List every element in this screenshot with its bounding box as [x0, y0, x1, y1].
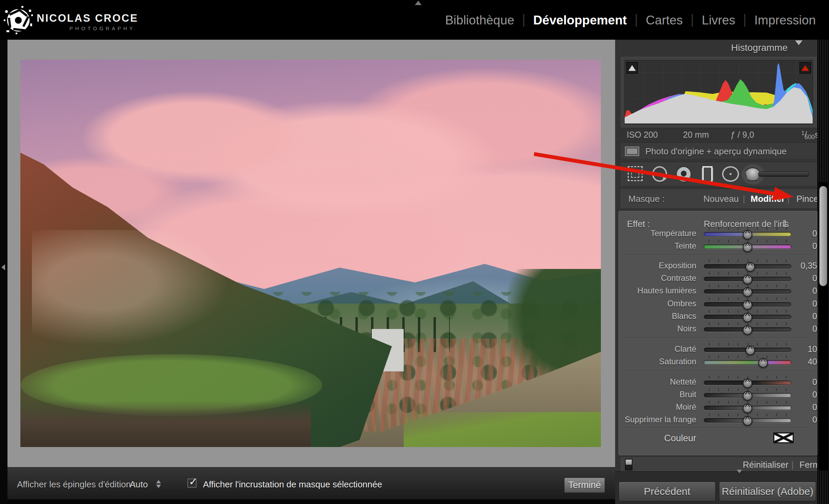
mask-edit-button[interactable]: Modifier: [751, 194, 785, 204]
original-photo-row[interactable]: Photo d'origine + aperçu dynamique: [620, 142, 817, 159]
blacks-slider[interactable]: [704, 327, 791, 332]
panel-footer-separator: |: [791, 460, 794, 470]
bottom-toolbar: Afficher les épingles d'édition : Auto ✓…: [7, 467, 615, 499]
group-separator: [623, 337, 813, 338]
slider-knob[interactable]: [743, 325, 752, 335]
logo-aperture-icon: [3, 4, 34, 35]
histogram-plot[interactable]: [624, 60, 813, 124]
slider-knob[interactable]: [758, 358, 768, 368]
right-panel: Histogramme ISO 200 20 mm: [615, 40, 829, 504]
histogram-header[interactable]: Histogramme: [615, 40, 817, 56]
slider-value: 0: [787, 298, 817, 308]
histogram-title: Histogramme: [731, 42, 788, 53]
mask-overlay-label: Afficher l'incrustation de masque sélect…: [203, 479, 382, 490]
slider-knob[interactable]: [743, 404, 752, 413]
edit-pins-dropdown[interactable]: Auto: [130, 479, 148, 490]
slider-label: Température: [650, 229, 696, 238]
checkmark-icon: ✓: [189, 475, 198, 488]
adjustment-brush-tool-icon[interactable]: [744, 166, 812, 182]
brush-handle-icon: [758, 172, 809, 177]
slider-knob[interactable]: [743, 287, 752, 297]
panel-edge-grip[interactable]: [817, 40, 829, 504]
mask-label: Masque :: [628, 194, 665, 204]
slider-knob[interactable]: [743, 391, 752, 401]
photo-canvas[interactable]: [20, 60, 601, 447]
slider-knob[interactable]: [743, 416, 752, 426]
mask-new-button[interactable]: Nouveau: [703, 194, 739, 204]
panel-footer: Réinitialiser | Fermer: [620, 457, 817, 472]
exif-shutter-speed: 1/500 s: [801, 130, 815, 141]
sharpness-slider[interactable]: [704, 381, 791, 385]
nav-developpement[interactable]: Développement: [524, 13, 636, 27]
slider-value: 0,35: [787, 260, 817, 270]
saturation-slider[interactable]: [704, 360, 791, 365]
spot-removal-tool-icon[interactable]: [652, 166, 667, 182]
noise-slider[interactable]: [704, 393, 791, 398]
radial-filter-tool-icon[interactable]: [722, 166, 739, 182]
photo-foreground-roofs: [20, 401, 311, 447]
slider-knob[interactable]: [743, 243, 752, 252]
red-eye-tool-icon[interactable]: [676, 166, 692, 182]
slider-knob[interactable]: [743, 313, 752, 322]
slider-row: Hautes lumières 0: [619, 284, 817, 297]
slider-knob[interactable]: [745, 262, 755, 272]
mask-row: Masque : Nouveau | Modifier | Pinceau: [620, 189, 817, 209]
slider-knob[interactable]: [743, 300, 752, 310]
panel-reset-button[interactable]: Réinitialiser: [743, 460, 788, 470]
slider-label: Blancs: [672, 311, 696, 321]
left-panel-strip[interactable]: [0, 40, 7, 504]
edit-pins-stepper-icon[interactable]: [156, 480, 161, 488]
crop-overlay-tool-icon[interactable]: [628, 166, 643, 181]
previous-button[interactable]: Précédent: [619, 482, 716, 501]
moire-slider[interactable]: [704, 406, 791, 410]
panel-scrollbar-thumb[interactable]: [819, 186, 827, 286]
nav-livres[interactable]: Livres: [693, 13, 744, 27]
work-area: [7, 40, 615, 467]
slider-knob[interactable]: [743, 379, 752, 388]
slider-value: 10: [787, 344, 817, 354]
slider-value: 0: [787, 389, 817, 399]
panel-onoff-toggle[interactable]: [625, 459, 632, 470]
defringe-slider[interactable]: [704, 418, 791, 423]
bottom-panel-collapse-arrow[interactable]: [737, 473, 742, 479]
top-panel-collapse-arrow[interactable]: [415, 1, 422, 5]
nav-bibliotheque[interactable]: Bibliothèque: [436, 13, 523, 27]
highlight-clipping-indicator[interactable]: [799, 62, 811, 74]
exposure-slider[interactable]: [704, 264, 791, 269]
logo-subtitle: PHOTOGRAPHY: [37, 25, 135, 31]
mask-overlay-checkbox[interactable]: ✓: [187, 479, 197, 488]
slider-knob[interactable]: [743, 275, 752, 284]
slider-row: Ombres 0: [619, 297, 817, 310]
slider-value: 0: [787, 324, 817, 333]
panel-close-button[interactable]: Fermer: [799, 460, 817, 470]
clarity-slider[interactable]: [704, 348, 791, 352]
contrast-slider[interactable]: [704, 277, 791, 281]
whites-slider[interactable]: [704, 315, 791, 319]
histogram-canvas: [625, 60, 813, 124]
slider-label: Supprimer la frange: [625, 415, 696, 424]
group-separator: [623, 255, 813, 256]
slider-label: Bruit: [680, 390, 696, 399]
slider-knob[interactable]: [745, 346, 755, 355]
nav-cartes[interactable]: Cartes: [637, 13, 692, 27]
slider-row: Teinte 0: [619, 239, 817, 252]
slider-row: Moiré 0: [619, 401, 817, 413]
highlights-slider[interactable]: [704, 289, 791, 294]
tint-slider[interactable]: [704, 245, 791, 249]
nav-impression[interactable]: Impression: [745, 13, 825, 27]
color-swatch[interactable]: [773, 432, 794, 443]
histogram-disclosure-icon[interactable]: [795, 45, 803, 51]
slider-label: Ombres: [667, 299, 696, 308]
temperature-slider[interactable]: [704, 232, 791, 236]
left-panel-collapse-arrow[interactable]: [1, 264, 5, 270]
mask-brush-button[interactable]: Pinceau: [796, 194, 817, 204]
slider-knob[interactable]: [743, 230, 752, 239]
shadows-slider[interactable]: [704, 302, 791, 307]
done-button[interactable]: Terminé: [564, 478, 605, 493]
shadow-clipping-indicator[interactable]: [626, 62, 638, 74]
mask-separator: |: [787, 194, 790, 204]
effect-preset-stepper-icon[interactable]: [782, 219, 787, 228]
reset-adobe-button[interactable]: Réinitialiser (Adobe): [719, 482, 816, 501]
tool-strip: [620, 162, 817, 186]
graduated-filter-tool-icon[interactable]: [702, 166, 713, 182]
